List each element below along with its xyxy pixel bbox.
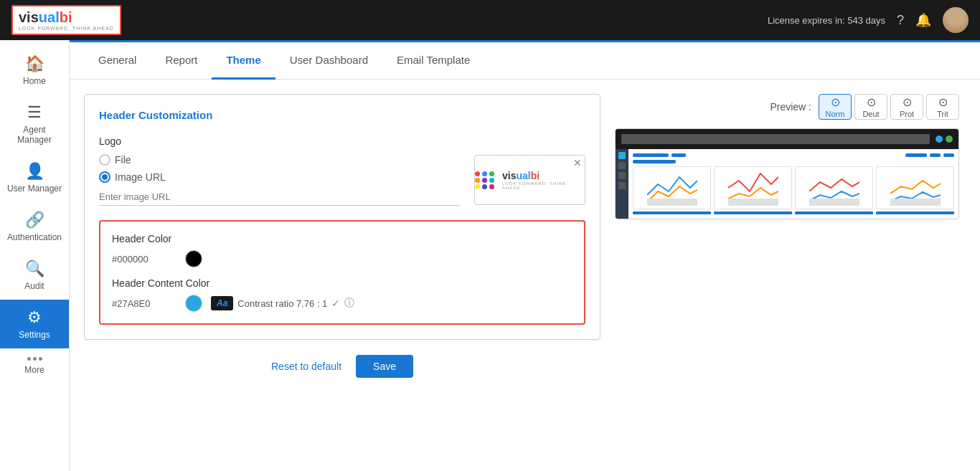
content-area: General Report Theme User Dashboard Emai… (70, 40, 980, 471)
dash-line-2 (672, 153, 686, 157)
contrast-info: Aa Contrast ratio 7.76 : 1 ✓ ⓘ (211, 296, 354, 310)
header-content-color-swatch[interactable] (185, 295, 202, 312)
dash-body (616, 149, 958, 219)
radio-url-option[interactable]: Image URL (99, 171, 460, 183)
sidebar-item-home-label: Home (23, 76, 46, 86)
settings-content: Header Customization Logo File (70, 80, 980, 471)
dash-header-bar (621, 134, 930, 144)
logo-preview-close-icon[interactable]: ✕ (573, 157, 582, 168)
app-logo[interactable]: visualbi LOOK FORWARD, THINK AHEAD (11, 5, 121, 35)
sidebar-item-authentication[interactable]: 🔗 Authentication (0, 202, 69, 251)
notification-icon[interactable]: 🔔 (915, 12, 931, 28)
sidebar-item-agent-manager[interactable]: ☰ Agent Manager (0, 95, 69, 153)
dash-line-1 (633, 153, 669, 157)
logo-input-area (99, 189, 460, 206)
svg-rect-0 (647, 199, 697, 206)
chart-svg-1 (647, 166, 697, 206)
main-layout: 🏠 Home ☰ Agent Manager 👤 User Manager 🔗 … (0, 40, 980, 471)
sidebar-item-authentication-label: Authentication (7, 232, 62, 242)
right-panel: Preview : ⊙ Norm ⊙ Deut ⊙ Prot (615, 94, 959, 457)
preview-btn-norm[interactable]: ⊙ Norm (819, 94, 852, 120)
more-dots-icon (27, 357, 42, 361)
preview-logo-inner: visualbi LOOK FORWARD, THINK AHEAD (475, 170, 585, 190)
audit-icon: 🔍 (25, 260, 44, 278)
dash-chart-3 (795, 166, 873, 209)
dash-circle-1 (936, 135, 943, 143)
header-color-swatch[interactable] (185, 250, 202, 267)
sidebar-item-audit[interactable]: 🔍 Audit (0, 251, 69, 300)
sidebar-more[interactable]: More (0, 348, 69, 384)
dash-charts-grid (633, 166, 954, 209)
dashboard-preview (615, 128, 959, 219)
logo-row: File Image URL (99, 154, 585, 206)
header-color-hex: #000000 (112, 254, 176, 265)
header-color-value-row: #000000 (112, 250, 573, 267)
tab-report[interactable]: Report (151, 42, 212, 80)
dash-sidebar-item-3 (618, 172, 626, 179)
dash-sidebar-item-4 (618, 182, 626, 189)
agent-manager-icon: ☰ (27, 103, 42, 122)
tab-theme[interactable]: Theme (212, 42, 275, 80)
header-customization-section: Header Customization Logo File (84, 94, 600, 340)
dash-chart-1 (633, 166, 711, 209)
avatar[interactable] (943, 7, 969, 33)
preview-btn-deut[interactable]: ⊙ Deut (854, 94, 887, 120)
color-section: Header Color #000000 Header Content Colo… (99, 220, 585, 325)
sidebar-item-audit-label: Audit (24, 281, 44, 291)
chart-svg-4 (890, 166, 941, 206)
deut-icon: ⊙ (867, 95, 876, 109)
dash-sidebar-item-2 (618, 162, 626, 169)
tab-general[interactable]: General (84, 42, 151, 80)
dash-circles (936, 135, 953, 143)
settings-icon: ⚙ (27, 308, 42, 327)
sidebar: 🏠 Home ☰ Agent Manager 👤 User Manager 🔗 … (0, 40, 70, 471)
norm-icon: ⊙ (831, 95, 840, 109)
tabs-container: General Report Theme User Dashboard Emai… (70, 42, 980, 80)
prot-icon: ⊙ (903, 95, 912, 109)
help-icon[interactable]: ? (897, 13, 904, 28)
preview-header: Preview : ⊙ Norm ⊙ Deut ⊙ Prot (615, 94, 959, 120)
sidebar-item-settings[interactable]: ⚙ Settings (0, 300, 69, 348)
header-color-row: Header Color #000000 (112, 233, 573, 267)
reset-button[interactable]: Reset to default (271, 361, 341, 372)
preview-btn-prot[interactable]: ⊙ Prot (890, 94, 923, 120)
home-icon: 🏠 (25, 54, 44, 73)
sidebar-item-settings-label: Settings (19, 330, 50, 340)
tab-user-dashboard[interactable]: User Dashboard (275, 42, 382, 80)
trit-icon: ⊙ (938, 95, 948, 109)
radio-url-circle (99, 171, 110, 183)
svg-rect-2 (809, 199, 859, 206)
info-icon[interactable]: ⓘ (344, 297, 354, 310)
dash-sidebar-item-1 (618, 152, 626, 159)
footer-buttons: Reset to default Save (84, 340, 600, 392)
logo-preview-box: ✕ visualbi LOOK FORWARD (474, 155, 585, 205)
logo-label: Logo (99, 135, 585, 147)
chart-svg-2 (728, 166, 778, 206)
url-input[interactable] (99, 189, 460, 206)
dash-sidebar-nav (616, 149, 628, 219)
avatar-image (943, 7, 969, 33)
header-content-color-label: Header Content Color (112, 277, 573, 289)
header-right: License expires in: 543 days ? 🔔 (768, 7, 969, 33)
dash-line-4 (930, 153, 941, 157)
svg-rect-1 (728, 199, 778, 206)
section-title: Header Customization (99, 109, 585, 121)
user-manager-icon: 👤 (25, 162, 44, 181)
dash-circle-2 (946, 135, 953, 143)
header-content-color-hex: #27A8E0 (112, 298, 176, 309)
preview-btn-trit[interactable]: ⊙ Trit (926, 94, 959, 120)
sidebar-item-user-manager[interactable]: 👤 User Manager (0, 153, 69, 202)
dash-chart-2 (714, 166, 792, 209)
radio-file-label: File (115, 154, 131, 166)
dash-header (616, 129, 958, 149)
radio-url-label: Image URL (115, 171, 166, 183)
license-text: License expires in: 543 days (768, 15, 885, 26)
radio-file-option[interactable]: File (99, 154, 460, 166)
sidebar-item-home[interactable]: 🏠 Home (0, 46, 69, 95)
save-button[interactable]: Save (356, 355, 413, 378)
preview-logo-dots (475, 171, 495, 189)
sidebar-item-user-manager-label: User Manager (7, 184, 62, 194)
tab-email-template[interactable]: Email Template (382, 42, 484, 80)
dash-line-5 (943, 153, 954, 157)
preview-label: Preview : (770, 101, 811, 113)
